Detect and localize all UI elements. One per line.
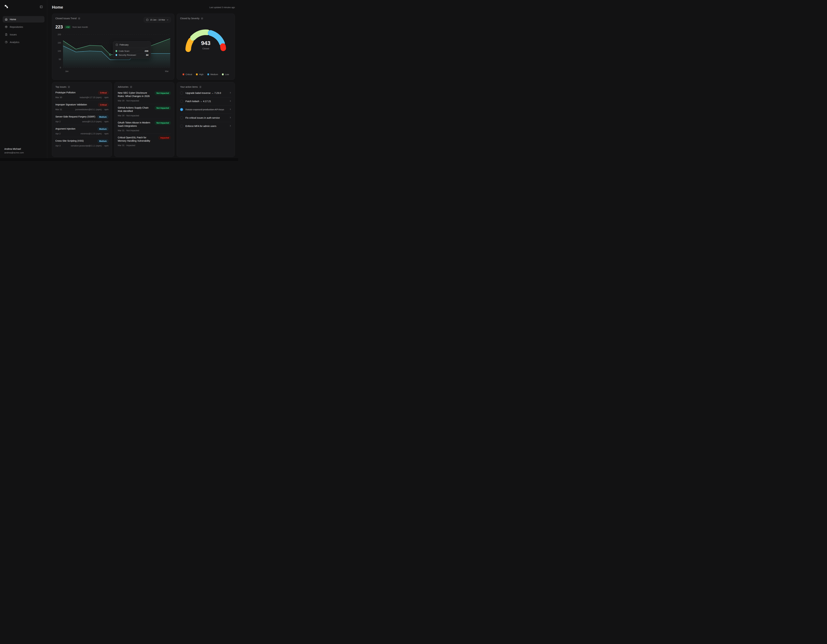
severity-badge: Medium <box>97 115 109 119</box>
severity-badge: Medium <box>97 139 109 143</box>
chart-tooltip: February Code Scan: 230 Security Reviewe… <box>113 41 151 59</box>
issue-date: Apr 3 <box>55 144 61 147</box>
trend-card-title: Closed Issues Trend <box>55 17 76 20</box>
advisory-meta: Mar 31 · Not Impacted <box>118 129 171 132</box>
issue-row[interactable]: Improper Signature Validation Critical M… <box>55 101 109 113</box>
issue-row[interactable]: Server-Side Request Forgery (SSRF) Mediu… <box>55 113 109 125</box>
advisory-row[interactable]: OAuth Token Abuse in Modern SaaS Integra… <box>118 119 171 134</box>
action-item-row[interactable]: Upgrade babel-traverse → 7.23.0 <box>180 88 231 97</box>
checkbox-checked[interactable]: ✓ <box>180 108 183 111</box>
top-issues-list: Prototype Pollution Critical Mar 30 loda… <box>55 88 109 149</box>
user-name: Andrea Michael <box>4 148 24 150</box>
sidebar: Home Repositories Issues <box>0 0 47 158</box>
closed-by-severity-card: Closed by Severity i 943 Closed Critical <box>177 14 235 80</box>
sidebar-item-label: Issues <box>10 33 17 36</box>
svg-text:Mar: Mar <box>165 70 169 72</box>
action-label: Patch lodash → 4.17.21 <box>186 100 211 103</box>
severity-badge: Critical <box>98 103 109 107</box>
top-issues-title: Top issues <box>55 86 66 88</box>
action-item-row[interactable]: Fix critical issues in auth-service <box>180 114 231 122</box>
svg-text:0: 0 <box>60 67 61 69</box>
svg-text:200: 200 <box>58 33 61 36</box>
advisories-list: New SEC Cyber Disclosure Rules: What Cha… <box>118 88 171 148</box>
svg-text:50: 50 <box>59 58 61 61</box>
calendar-icon <box>115 44 118 46</box>
checkbox-unchecked[interactable] <box>180 125 183 128</box>
medium-swatch <box>208 73 209 75</box>
issue-package: axios@0.21.0 (npm) <box>82 120 101 123</box>
sidebar-item-repositories[interactable]: Repositories <box>3 23 44 30</box>
trend-chart[interactable]: 050100150200JanMar February <box>55 32 171 75</box>
issue-date: Apr 2 <box>55 132 61 135</box>
tooltip-value: 34 <box>146 54 148 56</box>
code-scan-swatch <box>115 50 117 52</box>
issue-date: Apr 2 <box>55 120 61 123</box>
advisory-title: GitHub Actions Supply Chain Risk Identif… <box>118 106 153 113</box>
sidebar-nav: Home Repositories Issues <box>3 16 44 45</box>
issue-row[interactable]: Cross-Site Scripting (XSS) Medium Apr 3 … <box>55 137 109 149</box>
severity-badge: Critical <box>98 91 109 95</box>
page-title: Home <box>52 5 63 9</box>
action-items-list: Upgrade babel-traverse → 7.23.0 Patch lo… <box>180 88 231 130</box>
sidebar-item-issues[interactable]: Issues <box>3 31 44 38</box>
chevron-right-icon <box>229 125 231 128</box>
sidebar-item-home[interactable]: Home <box>3 16 44 22</box>
top-issues-card: Top issues i Prototype Pollution Critica… <box>52 82 112 157</box>
action-item-row[interactable]: Enforce MFA for admin users <box>180 122 231 130</box>
action-item-row[interactable]: Patch lodash → 4.17.21 <box>180 97 231 106</box>
tooltip-month: February <box>120 44 128 46</box>
date-range-selector[interactable]: 15 Jan - 18 Mar <box>144 17 171 22</box>
advisory-row[interactable]: New SEC Cyber Disclosure Rules: What Cha… <box>118 88 171 104</box>
user-info[interactable]: Andrea Michael andrea@acme.com <box>4 148 24 154</box>
issue-source: npm <box>105 120 109 123</box>
action-item-row[interactable]: ✓ Rotate exposed production API keys <box>180 106 231 114</box>
chevron-right-icon <box>229 108 231 111</box>
tooltip-label: Security Reviewer: <box>119 54 136 56</box>
advisory-row[interactable]: GitHub Actions Supply Chain Risk Identif… <box>118 104 171 119</box>
advisory-title: Critical OpenSSL Patch for Memory Handli… <box>118 136 154 142</box>
tooltip-value: 230 <box>145 50 148 52</box>
issue-title: Improper Signature Validation <box>55 103 87 106</box>
issue-package: lodash@4.17.15 (npm) <box>80 96 101 98</box>
issue-row[interactable]: Argument Injection Medium Apr 2 minimist… <box>55 125 109 137</box>
impact-badge: Not Impacted <box>154 121 171 125</box>
info-icon[interactable]: i <box>201 17 203 20</box>
closed-issues-count: 223 <box>55 25 63 30</box>
advisory-title: OAuth Token Abuse in Modern SaaS Integra… <box>118 121 153 128</box>
info-icon[interactable]: i <box>78 17 80 20</box>
severity-legend: Critical High Medium Low <box>180 73 231 76</box>
info-icon[interactable]: i <box>130 86 132 88</box>
delta-badge: +12 <box>64 25 71 29</box>
advisory-row[interactable]: Critical OpenSSL Patch for Memory Handli… <box>118 134 171 148</box>
advisories-title: Advisories <box>118 86 128 88</box>
severity-card-title: Closed by Severity <box>180 17 200 20</box>
package-icon <box>5 25 8 28</box>
info-icon[interactable]: i <box>199 86 201 88</box>
delta-note: from last month <box>72 26 88 28</box>
svg-text:Jan: Jan <box>65 70 69 72</box>
issue-source: npm <box>105 144 109 147</box>
legend-item-high[interactable]: High <box>196 73 203 76</box>
action-label: Rotate exposed production API keys <box>186 108 224 111</box>
document-icon <box>5 33 8 36</box>
collapse-sidebar-button[interactable] <box>40 5 43 8</box>
chevron-right-icon <box>229 116 231 119</box>
issue-source: npm <box>105 108 109 111</box>
legend-item-medium[interactable]: Medium <box>208 73 218 76</box>
pie-chart-icon <box>5 41 8 44</box>
severity-gauge-svg <box>183 25 228 53</box>
user-email: andrea@acme.com <box>4 152 24 154</box>
severity-badge: Medium <box>97 127 109 131</box>
legend-item-low[interactable]: Low <box>222 73 229 76</box>
checkbox-unchecked[interactable] <box>180 116 183 119</box>
impact-badge: Not Impacted <box>154 91 171 95</box>
sidebar-item-analytics[interactable]: Analytics <box>3 39 44 45</box>
checkbox-unchecked[interactable] <box>180 92 183 94</box>
issue-row[interactable]: Prototype Pollution Critical Mar 30 loda… <box>55 88 109 101</box>
tooltip-label: Code Scan: <box>119 50 130 52</box>
high-swatch <box>196 73 198 75</box>
issue-title: Cross-Site Scripting (XSS) <box>55 139 84 142</box>
info-icon[interactable]: i <box>68 86 70 88</box>
legend-item-critical[interactable]: Critical <box>183 73 192 76</box>
checkbox-unchecked[interactable] <box>180 100 183 103</box>
